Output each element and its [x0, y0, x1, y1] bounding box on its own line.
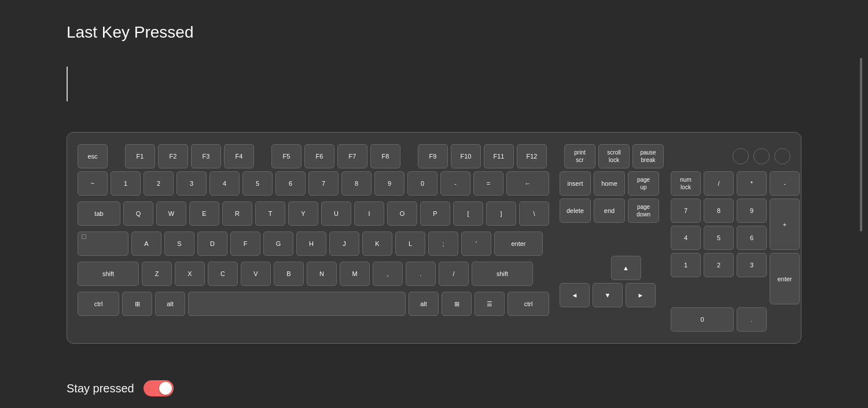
- key-end[interactable]: end: [594, 199, 625, 223]
- key-alt-right[interactable]: alt: [409, 292, 439, 316]
- key-f8[interactable]: F8: [370, 144, 400, 168]
- key-caps-lock[interactable]: [78, 231, 128, 256]
- key-c[interactable]: C: [208, 262, 238, 286]
- key-f2[interactable]: F2: [158, 144, 188, 168]
- key-p[interactable]: P: [420, 201, 450, 226]
- key-np-1[interactable]: 1: [671, 253, 701, 277]
- key-h[interactable]: H: [296, 231, 326, 256]
- key-np-0[interactable]: 0: [671, 307, 734, 332]
- key-scroll-lock[interactable]: scrolllock: [598, 144, 630, 168]
- key-f3[interactable]: F3: [191, 144, 221, 168]
- key-f9[interactable]: F9: [418, 144, 448, 168]
- key-y[interactable]: Y: [288, 201, 318, 226]
- key-np-multiply[interactable]: *: [737, 171, 767, 196]
- key-np-7[interactable]: 7: [671, 199, 701, 223]
- key-open-bracket[interactable]: [: [453, 201, 483, 226]
- key-np-4[interactable]: 4: [671, 226, 701, 250]
- key-np-2[interactable]: 2: [704, 253, 734, 277]
- key-menu[interactable]: ☰: [475, 292, 505, 316]
- key-np-5[interactable]: 5: [704, 226, 734, 250]
- key-backslash[interactable]: \: [519, 201, 549, 226]
- key-media-3[interactable]: [774, 148, 790, 164]
- key-7[interactable]: 7: [308, 171, 339, 196]
- key-np-6[interactable]: 6: [737, 226, 767, 250]
- key-m[interactable]: M: [340, 262, 370, 286]
- key-2[interactable]: 2: [144, 171, 174, 196]
- key-t[interactable]: T: [255, 201, 285, 226]
- key-n[interactable]: N: [307, 262, 337, 286]
- key-4[interactable]: 4: [209, 171, 240, 196]
- key-f11[interactable]: F11: [484, 144, 514, 168]
- key-page-down[interactable]: pagedown: [628, 199, 659, 223]
- key-g[interactable]: G: [263, 231, 293, 256]
- key-period[interactable]: .: [406, 262, 436, 286]
- key-np-enter[interactable]: enter: [770, 253, 800, 304]
- key-np-8[interactable]: 8: [704, 199, 734, 223]
- key-tab[interactable]: tab: [78, 201, 120, 226]
- key-alt-left[interactable]: alt: [155, 292, 185, 316]
- key-slash[interactable]: /: [439, 262, 469, 286]
- key-f10[interactable]: F10: [451, 144, 481, 168]
- key-np-dot[interactable]: .: [737, 307, 767, 332]
- key-delete[interactable]: delete: [560, 199, 591, 223]
- key-num-lock[interactable]: numlock: [671, 171, 701, 196]
- key-k[interactable]: K: [362, 231, 392, 256]
- key-equals[interactable]: =: [473, 171, 503, 196]
- key-win-right[interactable]: ⊞: [442, 292, 472, 316]
- key-esc[interactable]: esc: [78, 144, 108, 168]
- key-f5[interactable]: F5: [271, 144, 301, 168]
- key-np-3[interactable]: 3: [737, 253, 767, 277]
- key-home[interactable]: home: [594, 171, 625, 196]
- key-backspace[interactable]: ←: [506, 171, 549, 196]
- key-np-9[interactable]: 9: [737, 199, 767, 223]
- key-r[interactable]: R: [222, 201, 252, 226]
- key-l[interactable]: L: [395, 231, 425, 256]
- key-ctrl-left[interactable]: ctrl: [78, 292, 119, 316]
- stay-pressed-toggle[interactable]: [144, 380, 174, 396]
- scrollbar-right[interactable]: [860, 58, 862, 231]
- key-semicolon[interactable]: ;: [428, 231, 458, 256]
- key-e[interactable]: E: [189, 201, 219, 226]
- key-minus[interactable]: -: [440, 171, 470, 196]
- key-insert[interactable]: insert: [560, 171, 591, 196]
- key-u[interactable]: U: [321, 201, 351, 226]
- key-8[interactable]: 8: [341, 171, 372, 196]
- key-page-up[interactable]: pageup: [628, 171, 659, 196]
- key-f12[interactable]: F12: [517, 144, 547, 168]
- key-close-bracket[interactable]: ]: [486, 201, 516, 226]
- key-np-minus[interactable]: -: [770, 171, 800, 196]
- key-z[interactable]: Z: [142, 262, 172, 286]
- key-arrow-up[interactable]: ▲: [611, 256, 641, 280]
- key-0[interactable]: 0: [407, 171, 437, 196]
- key-shift-left[interactable]: shift: [78, 262, 139, 286]
- key-media-2[interactable]: [753, 148, 770, 164]
- key-np-plus[interactable]: +: [770, 199, 800, 250]
- key-enter[interactable]: enter: [494, 231, 543, 256]
- key-pause-break[interactable]: pausebreak: [632, 144, 664, 168]
- key-arrow-left[interactable]: ◄: [560, 283, 590, 307]
- key-f1[interactable]: F1: [125, 144, 155, 168]
- key-b[interactable]: B: [274, 262, 304, 286]
- key-5[interactable]: 5: [242, 171, 273, 196]
- key-f[interactable]: F: [230, 231, 260, 256]
- key-quote[interactable]: ': [461, 231, 491, 256]
- key-a[interactable]: A: [131, 231, 161, 256]
- key-1[interactable]: 1: [111, 171, 141, 196]
- key-arrow-down[interactable]: ▼: [593, 283, 623, 307]
- key-f4[interactable]: F4: [224, 144, 254, 168]
- key-comma[interactable]: ,: [373, 262, 403, 286]
- key-shift-right[interactable]: shift: [472, 262, 533, 286]
- key-f7[interactable]: F7: [337, 144, 367, 168]
- key-q[interactable]: Q: [123, 201, 153, 226]
- key-print-screen[interactable]: printscr: [564, 144, 595, 168]
- key-6[interactable]: 6: [275, 171, 306, 196]
- key-3[interactable]: 3: [176, 171, 207, 196]
- key-np-divide[interactable]: /: [704, 171, 734, 196]
- key-space[interactable]: [188, 292, 406, 316]
- key-win-left[interactable]: ⊞: [122, 292, 152, 316]
- key-d[interactable]: D: [197, 231, 227, 256]
- key-s[interactable]: S: [164, 231, 194, 256]
- key-w[interactable]: W: [156, 201, 186, 226]
- key-i[interactable]: I: [354, 201, 384, 226]
- key-x[interactable]: X: [175, 262, 205, 286]
